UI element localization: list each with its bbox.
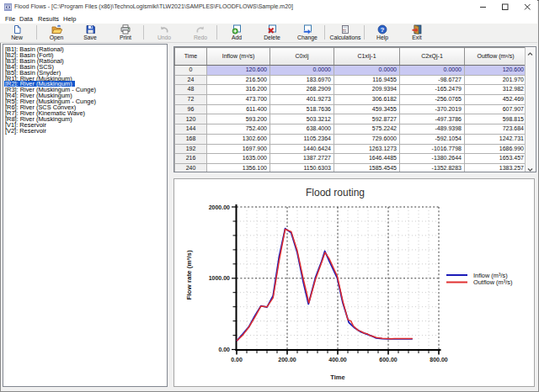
svg-text:Flood routing: Flood routing — [306, 187, 365, 199]
svg-text:Time: Time — [330, 373, 344, 381]
svg-text:2000.00: 2000.00 — [209, 204, 230, 210]
svg-text:400.00: 400.00 — [328, 357, 347, 363]
svg-text:600.00: 600.00 — [379, 357, 398, 363]
svg-text:Flow rate (m³/s): Flow rate (m³/s) — [185, 250, 193, 299]
svg-text:1000.00: 1000.00 — [209, 275, 230, 281]
svg-text:0.00: 0.00 — [218, 347, 230, 352]
svg-text:?: ? — [381, 26, 385, 34]
svg-text:Outflow (m³/s): Outflow (m³/s) — [473, 278, 512, 286]
svg-text:0.00: 0.00 — [231, 357, 243, 363]
svg-text:800.00: 800.00 — [430, 357, 448, 363]
svg-text:200.00: 200.00 — [278, 357, 296, 363]
